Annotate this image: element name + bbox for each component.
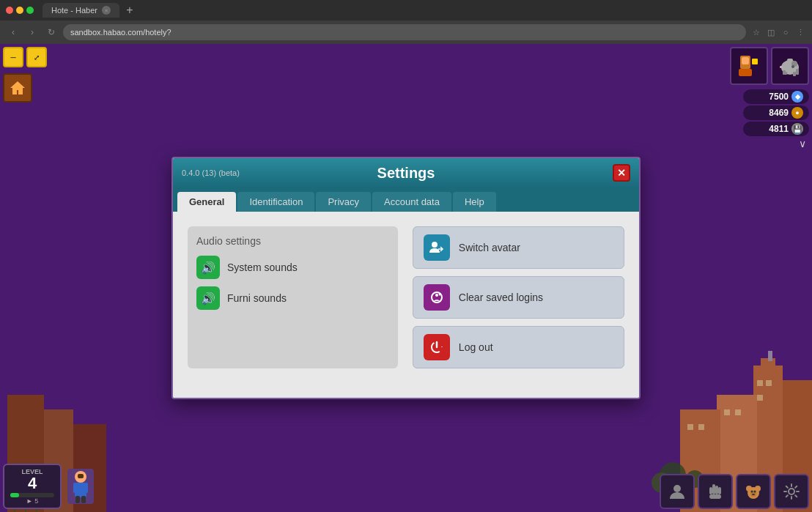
dialog-title: Settings: [377, 165, 435, 182]
level-badge: LEVEL 4 ► 5: [3, 464, 62, 509]
svg-point-38: [432, 242, 438, 248]
dialog-tabs: General Identification Privacy Account d…: [173, 188, 639, 212]
clear-logins-button[interactable]: Clear saved logins: [413, 276, 624, 319]
logout-label: Log out: [459, 341, 493, 353]
svg-rect-51: [712, 484, 715, 494]
system-sounds-item[interactable]: 🔊 System sounds: [196, 256, 389, 279]
svg-rect-46: [84, 483, 88, 493]
svg-rect-45: [73, 483, 78, 493]
browser-nav-bar: ‹ › ↻ sandbox.habao.com/hotely? ☆ ◫ ○ ⋮: [0, 21, 812, 44]
svg-point-63: [789, 489, 794, 494]
dialog-header: 0.4.0 (13) (beta) Settings ✕: [173, 158, 639, 188]
system-sounds-icon: 🔊: [196, 256, 220, 279]
game-background: ─ ⤢: [0, 44, 812, 512]
svg-point-60: [751, 491, 753, 493]
audio-title: Audio settings: [196, 235, 389, 247]
svg-rect-49: [78, 474, 84, 478]
dialog-footer: [173, 383, 639, 398]
new-tab-button[interactable]: +: [122, 3, 137, 18]
clear-logins-label: Clear saved logins: [459, 292, 543, 303]
reload-button[interactable]: ↻: [44, 25, 59, 40]
tab-general[interactable]: General: [177, 192, 236, 212]
furni-sounds-item[interactable]: 🔊 Furni sounds: [196, 286, 389, 310]
level-number: 4: [28, 475, 37, 491]
logout-button[interactable]: Log out: [413, 326, 624, 368]
tab-account-data[interactable]: Account data: [372, 192, 451, 212]
address-bar[interactable]: sandbox.habao.com/hotely?: [63, 24, 746, 40]
tab-privacy[interactable]: Privacy: [316, 192, 371, 212]
svg-point-50: [673, 485, 681, 492]
svg-rect-48: [81, 496, 86, 503]
system-sounds-label: System sounds: [227, 261, 298, 273]
settings-dialog: 0.4.0 (13) (beta) Settings ✕ General Ide…: [171, 157, 641, 399]
hand-action-button[interactable]: [698, 474, 733, 509]
dialog-body: Audio settings 🔊 System sounds 🔊 Furni s…: [173, 212, 639, 383]
svg-point-62: [752, 494, 755, 495]
close-dot[interactable]: [6, 7, 13, 14]
switch-avatar-label: Switch avatar: [459, 242, 520, 253]
tab-close-icon[interactable]: ×: [102, 6, 111, 15]
switch-avatar-button[interactable]: Switch avatar: [413, 226, 624, 269]
minimize-dot[interactable]: [16, 7, 23, 14]
extensions-icon[interactable]: ◫: [765, 26, 777, 38]
dialog-close-button[interactable]: ✕: [613, 164, 630, 182]
svg-rect-54: [709, 487, 712, 494]
tab-identification[interactable]: Identification: [237, 192, 314, 212]
svg-point-61: [754, 491, 756, 493]
more-icon[interactable]: ⋮: [794, 26, 806, 38]
clear-logins-icon: [424, 284, 450, 311]
address-text: sandbox.habao.com/hotely?: [70, 28, 171, 37]
logout-icon: [424, 334, 450, 360]
tab-label: Hote - Haber: [51, 6, 97, 15]
nav-icons: ☆ ◫ ○ ⋮: [750, 26, 806, 38]
svg-rect-53: [718, 487, 721, 494]
furni-sounds-label: Furni sounds: [227, 292, 287, 304]
account-icon[interactable]: ○: [780, 26, 791, 38]
furni-sounds-icon: 🔊: [196, 286, 220, 310]
dialog-overlay: 0.4.0 (13) (beta) Settings ✕ General Ide…: [0, 44, 812, 512]
svg-point-57: [746, 486, 752, 491]
hud-bottom-left: LEVEL 4 ► 5: [3, 464, 94, 509]
browser-chrome: Hote - Haber × + ‹ › ↻ sandbox.habao.com…: [0, 0, 812, 44]
audio-panel: Audio settings 🔊 System sounds 🔊 Furni s…: [188, 226, 398, 368]
xp-suffix: ► 5: [26, 497, 38, 505]
svg-rect-47: [75, 496, 80, 503]
settings-action-button[interactable]: [774, 474, 809, 509]
svg-rect-52: [715, 486, 718, 494]
profile-action-button[interactable]: [660, 474, 695, 509]
bear-action-button[interactable]: [736, 474, 771, 509]
svg-point-58: [755, 486, 761, 491]
browser-tab-bar: Hote - Haber × +: [0, 0, 812, 21]
hud-bottom-right: [660, 474, 809, 509]
xp-fill: [10, 493, 19, 497]
svg-rect-55: [709, 494, 721, 499]
tab-help[interactable]: Help: [453, 192, 496, 212]
bookmark-icon[interactable]: ☆: [750, 26, 762, 38]
browser-tab[interactable]: Hote - Haber ×: [43, 3, 119, 18]
svg-point-40: [435, 294, 438, 297]
player-avatar: [67, 469, 94, 504]
switch-avatar-icon: [424, 234, 450, 261]
back-button[interactable]: ‹: [6, 25, 21, 40]
actions-panel: Switch avatar Clear saved logins: [413, 226, 624, 368]
forward-button[interactable]: ›: [25, 25, 40, 40]
window-dots: [6, 7, 34, 14]
maximize-dot[interactable]: [26, 7, 34, 14]
dialog-version: 0.4.0 (13) (beta): [182, 168, 240, 177]
